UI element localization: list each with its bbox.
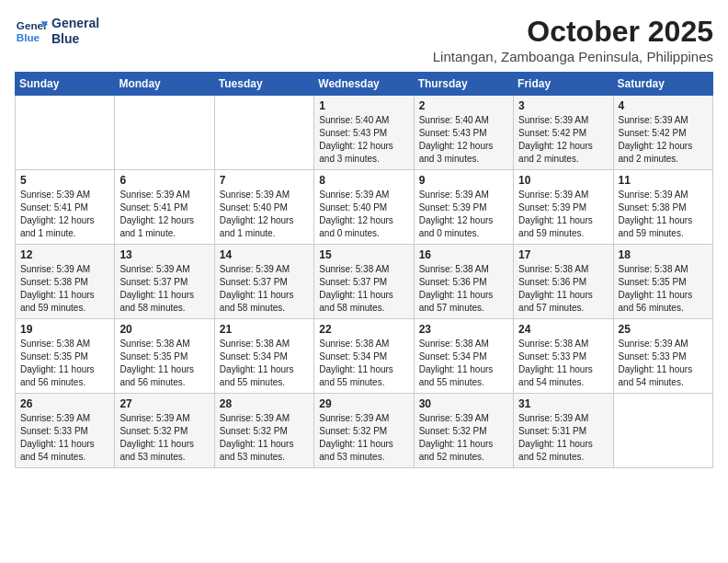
- cell-sun-info: Sunrise: 5:39 AM Sunset: 5:32 PM Dayligh…: [419, 412, 508, 464]
- calendar-cell: 28Sunrise: 5:39 AM Sunset: 5:32 PM Dayli…: [214, 394, 313, 468]
- svg-text:Blue: Blue: [17, 31, 40, 43]
- cell-sun-info: Sunrise: 5:39 AM Sunset: 5:38 PM Dayligh…: [619, 189, 708, 240]
- cell-sun-info: Sunrise: 5:39 AM Sunset: 5:40 PM Dayligh…: [319, 189, 408, 240]
- cell-sun-info: Sunrise: 5:38 AM Sunset: 5:35 PM Dayligh…: [119, 338, 209, 389]
- calendar-cell: 29Sunrise: 5:39 AM Sunset: 5:32 PM Dayli…: [314, 394, 414, 468]
- calendar-cell: 25Sunrise: 5:39 AM Sunset: 5:33 PM Dayli…: [613, 319, 712, 394]
- cell-sun-info: Sunrise: 5:39 AM Sunset: 5:41 PM Dayligh…: [119, 189, 209, 240]
- day-number: 30: [419, 397, 508, 410]
- calendar-cell: 17Sunrise: 5:38 AM Sunset: 5:36 PM Dayli…: [514, 245, 613, 319]
- calendar-cell: [613, 394, 712, 468]
- page-header: General Blue General Blue October 2025 L…: [15, 15, 713, 64]
- day-number: 20: [119, 323, 209, 336]
- weekday-header: Monday: [115, 73, 214, 96]
- calendar-cell: 11Sunrise: 5:39 AM Sunset: 5:38 PM Dayli…: [613, 170, 712, 245]
- day-number: 25: [619, 323, 708, 336]
- day-number: 11: [619, 174, 708, 187]
- cell-sun-info: Sunrise: 5:38 AM Sunset: 5:35 PM Dayligh…: [619, 263, 708, 315]
- weekday-header: Tuesday: [214, 73, 313, 96]
- calendar-cell: 4Sunrise: 5:39 AM Sunset: 5:42 PM Daylig…: [613, 96, 712, 170]
- calendar-week-row: 1Sunrise: 5:40 AM Sunset: 5:43 PM Daylig…: [16, 96, 713, 170]
- cell-sun-info: Sunrise: 5:39 AM Sunset: 5:37 PM Dayligh…: [220, 263, 309, 315]
- weekday-header: Wednesday: [314, 73, 414, 96]
- calendar-cell: 3Sunrise: 5:39 AM Sunset: 5:42 PM Daylig…: [514, 96, 613, 170]
- cell-sun-info: Sunrise: 5:38 AM Sunset: 5:37 PM Dayligh…: [319, 263, 408, 315]
- day-number: 15: [319, 248, 408, 261]
- cell-sun-info: Sunrise: 5:39 AM Sunset: 5:42 PM Dayligh…: [518, 114, 608, 166]
- day-number: 5: [20, 174, 109, 187]
- day-number: 9: [419, 174, 508, 187]
- day-number: 13: [119, 248, 209, 261]
- calendar-cell: [16, 96, 115, 170]
- day-number: 16: [419, 248, 508, 261]
- cell-sun-info: Sunrise: 5:38 AM Sunset: 5:33 PM Dayligh…: [518, 338, 608, 389]
- calendar-cell: 8Sunrise: 5:39 AM Sunset: 5:40 PM Daylig…: [314, 170, 414, 245]
- calendar-cell: 31Sunrise: 5:39 AM Sunset: 5:31 PM Dayli…: [514, 394, 613, 468]
- day-number: 29: [319, 397, 408, 410]
- weekday-header: Sunday: [16, 73, 115, 96]
- day-number: 24: [518, 323, 608, 336]
- calendar-cell: 12Sunrise: 5:39 AM Sunset: 5:38 PM Dayli…: [16, 245, 115, 319]
- day-number: 2: [419, 99, 508, 112]
- cell-sun-info: Sunrise: 5:38 AM Sunset: 5:36 PM Dayligh…: [518, 263, 608, 315]
- day-number: 17: [518, 248, 608, 261]
- title-block: October 2025 Lintangan, Zamboanga Penins…: [433, 15, 713, 64]
- calendar-week-row: 26Sunrise: 5:39 AM Sunset: 5:33 PM Dayli…: [16, 394, 713, 468]
- calendar-cell: 2Sunrise: 5:40 AM Sunset: 5:43 PM Daylig…: [414, 96, 513, 170]
- calendar-cell: 10Sunrise: 5:39 AM Sunset: 5:39 PM Dayli…: [514, 170, 613, 245]
- calendar-cell: 15Sunrise: 5:38 AM Sunset: 5:37 PM Dayli…: [314, 245, 414, 319]
- day-number: 23: [419, 323, 508, 336]
- calendar-cell: 30Sunrise: 5:39 AM Sunset: 5:32 PM Dayli…: [414, 394, 513, 468]
- logo-text: General Blue: [51, 16, 99, 47]
- calendar-cell: 5Sunrise: 5:39 AM Sunset: 5:41 PM Daylig…: [16, 170, 115, 245]
- cell-sun-info: Sunrise: 5:39 AM Sunset: 5:42 PM Dayligh…: [619, 114, 708, 166]
- cell-sun-info: Sunrise: 5:38 AM Sunset: 5:36 PM Dayligh…: [419, 263, 508, 315]
- calendar-cell: 6Sunrise: 5:39 AM Sunset: 5:41 PM Daylig…: [115, 170, 214, 245]
- cell-sun-info: Sunrise: 5:38 AM Sunset: 5:35 PM Dayligh…: [20, 338, 109, 389]
- calendar-week-row: 19Sunrise: 5:38 AM Sunset: 5:35 PM Dayli…: [16, 319, 713, 394]
- cell-sun-info: Sunrise: 5:39 AM Sunset: 5:39 PM Dayligh…: [518, 189, 608, 240]
- calendar-table: SundayMondayTuesdayWednesdayThursdayFrid…: [15, 72, 713, 468]
- calendar-cell: 9Sunrise: 5:39 AM Sunset: 5:39 PM Daylig…: [414, 170, 513, 245]
- day-number: 14: [220, 248, 309, 261]
- day-number: 7: [220, 174, 309, 187]
- calendar-cell: 19Sunrise: 5:38 AM Sunset: 5:35 PM Dayli…: [16, 319, 115, 394]
- calendar-cell: 1Sunrise: 5:40 AM Sunset: 5:43 PM Daylig…: [314, 96, 414, 170]
- cell-sun-info: Sunrise: 5:39 AM Sunset: 5:40 PM Dayligh…: [220, 189, 309, 240]
- day-number: 21: [220, 323, 309, 336]
- calendar-cell: 26Sunrise: 5:39 AM Sunset: 5:33 PM Dayli…: [16, 394, 115, 468]
- calendar-cell: 20Sunrise: 5:38 AM Sunset: 5:35 PM Dayli…: [115, 319, 214, 394]
- calendar-cell: 13Sunrise: 5:39 AM Sunset: 5:37 PM Dayli…: [115, 245, 214, 319]
- cell-sun-info: Sunrise: 5:39 AM Sunset: 5:31 PM Dayligh…: [518, 412, 608, 464]
- day-number: 8: [319, 174, 408, 187]
- day-number: 27: [119, 397, 209, 410]
- cell-sun-info: Sunrise: 5:39 AM Sunset: 5:32 PM Dayligh…: [220, 412, 309, 464]
- cell-sun-info: Sunrise: 5:39 AM Sunset: 5:33 PM Dayligh…: [20, 412, 109, 464]
- calendar-week-row: 12Sunrise: 5:39 AM Sunset: 5:38 PM Dayli…: [16, 245, 713, 319]
- calendar-cell: 27Sunrise: 5:39 AM Sunset: 5:32 PM Dayli…: [115, 394, 214, 468]
- cell-sun-info: Sunrise: 5:39 AM Sunset: 5:33 PM Dayligh…: [619, 338, 708, 389]
- day-number: 19: [20, 323, 109, 336]
- calendar-cell: [214, 96, 313, 170]
- cell-sun-info: Sunrise: 5:39 AM Sunset: 5:32 PM Dayligh…: [319, 412, 408, 464]
- weekday-header: Friday: [514, 73, 613, 96]
- calendar-cell: 24Sunrise: 5:38 AM Sunset: 5:33 PM Dayli…: [514, 319, 613, 394]
- day-number: 22: [319, 323, 408, 336]
- calendar-cell: 7Sunrise: 5:39 AM Sunset: 5:40 PM Daylig…: [214, 170, 313, 245]
- calendar-cell: 22Sunrise: 5:38 AM Sunset: 5:34 PM Dayli…: [314, 319, 414, 394]
- calendar-cell: 18Sunrise: 5:38 AM Sunset: 5:35 PM Dayli…: [613, 245, 712, 319]
- cell-sun-info: Sunrise: 5:38 AM Sunset: 5:34 PM Dayligh…: [319, 338, 408, 389]
- day-number: 31: [518, 397, 608, 410]
- weekday-header: Saturday: [613, 73, 712, 96]
- calendar-cell: [115, 96, 214, 170]
- day-number: 3: [518, 99, 608, 112]
- cell-sun-info: Sunrise: 5:39 AM Sunset: 5:41 PM Dayligh…: [20, 189, 109, 240]
- cell-sun-info: Sunrise: 5:38 AM Sunset: 5:34 PM Dayligh…: [419, 338, 508, 389]
- cell-sun-info: Sunrise: 5:39 AM Sunset: 5:37 PM Dayligh…: [119, 263, 209, 315]
- cell-sun-info: Sunrise: 5:39 AM Sunset: 5:32 PM Dayligh…: [119, 412, 209, 464]
- cell-sun-info: Sunrise: 5:39 AM Sunset: 5:39 PM Dayligh…: [419, 189, 508, 240]
- calendar-header: SundayMondayTuesdayWednesdayThursdayFrid…: [16, 73, 713, 96]
- day-number: 1: [319, 99, 408, 112]
- calendar-cell: 23Sunrise: 5:38 AM Sunset: 5:34 PM Dayli…: [414, 319, 513, 394]
- svg-text:General: General: [17, 19, 48, 31]
